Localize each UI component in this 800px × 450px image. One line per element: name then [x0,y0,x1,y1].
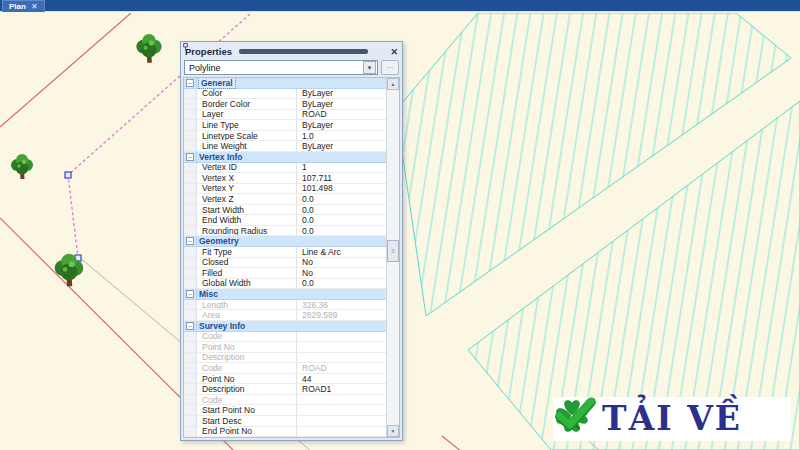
collapse-icon[interactable]: − [186,290,194,298]
property-row[interactable]: Border ColorByLayer [184,99,386,110]
section-header[interactable]: −Survey Info [184,321,386,332]
scroll-down-icon[interactable]: ▼ [387,425,399,437]
property-row[interactable]: Length326.36 [184,300,386,311]
property-row[interactable]: DescriptionROAD1 [184,384,386,395]
property-value[interactable] [297,405,386,415]
collapse-gutter[interactable]: − [184,289,197,299]
property-value[interactable]: 0.0 [297,279,386,289]
property-value[interactable]: ROAD1 [297,384,386,394]
property-row[interactable]: Rounding Radius0.0 [184,226,386,237]
property-row[interactable]: FilledNo [184,268,386,279]
pin-icon[interactable] [375,46,386,57]
collapse-gutter[interactable]: − [184,236,197,246]
property-value[interactable]: No [297,268,386,278]
property-value[interactable]: 107.711 [297,173,386,183]
property-row[interactable]: LayerROAD [184,110,386,121]
property-value[interactable] [297,353,386,363]
property-value[interactable]: ByLayer [297,120,386,130]
property-row[interactable]: End Point No [184,427,386,438]
property-value[interactable]: 2829.589 [297,310,386,320]
property-row[interactable]: Start Desc [184,416,386,427]
property-value[interactable]: 1.0 [297,131,386,141]
property-row[interactable]: End Width0.0 [184,215,386,226]
object-type-value: Polyline [185,63,362,73]
section-header[interactable]: −General [184,78,386,89]
property-row[interactable]: Vertex X107.711 [184,173,386,184]
property-value[interactable]: 326.36 [297,300,386,310]
download-banner[interactable]: TẢI VỀ [553,397,791,441]
row-gutter [184,374,197,384]
property-value[interactable] [297,416,386,426]
property-row[interactable]: CodeROAD [184,363,386,374]
property-row[interactable]: Code [184,332,386,343]
property-row[interactable]: Vertex Z0.0 [184,194,386,205]
property-row[interactable]: Start Point No [184,405,386,416]
more-options-button[interactable]: ... [381,60,399,75]
property-row[interactable]: Code [184,395,386,406]
property-name: Vertex Z [197,194,297,204]
property-row[interactable]: ColorByLayer [184,89,386,100]
section-header[interactable]: −Geometry [184,236,386,247]
property-row[interactable]: Area2829.589 [184,310,386,321]
property-row[interactable]: Point No44 [184,374,386,385]
property-value[interactable]: 1 [297,163,386,173]
row-gutter [184,215,197,225]
row-gutter [184,427,197,437]
panel-close-icon[interactable]: ✕ [390,47,398,57]
property-value[interactable] [297,332,386,342]
collapse-icon[interactable]: − [186,322,194,330]
property-value[interactable]: 0.0 [297,205,386,215]
property-value[interactable]: ROAD [297,363,386,373]
property-value[interactable] [297,427,386,437]
property-value[interactable] [297,342,386,352]
property-row[interactable]: Fit TypeLine & Arc [184,247,386,258]
tab-close-icon[interactable]: ✕ [31,2,38,12]
scrollbar-thumb[interactable]: ≡ [387,240,399,262]
property-value[interactable]: ROAD [297,110,386,120]
property-value[interactable]: Line & Arc [297,247,386,257]
property-row[interactable]: Global Width0.0 [184,279,386,290]
property-row[interactable]: Linetype Scale1.0 [184,131,386,142]
property-value[interactable]: 0.0 [297,215,386,225]
property-row[interactable]: Start Width0.0 [184,205,386,216]
property-row[interactable]: ClosedNo [184,258,386,269]
chevron-down-icon[interactable]: ▼ [363,61,376,74]
section-header[interactable]: −Vertex Info [184,152,386,163]
property-row[interactable]: Line TypeByLayer [184,120,386,131]
scroll-up-icon[interactable]: ▲ [387,78,399,90]
section-header[interactable]: −Misc [184,289,386,300]
collapse-gutter[interactable]: − [184,152,197,162]
collapse-icon[interactable]: − [186,79,194,87]
property-name: Color [197,89,297,99]
drawing-canvas[interactable]: Properties ✕ Polyline ▼ ... −GeneralColo… [0,13,800,450]
property-name: Closed [197,258,297,268]
property-value[interactable]: ByLayer [297,89,386,99]
panel-grip-handle[interactable] [239,49,368,54]
property-value[interactable]: 101.498 [297,184,386,194]
collapse-gutter[interactable]: − [184,321,197,331]
scrollbar[interactable]: ▲ ≡ ▼ [386,78,399,437]
property-value[interactable] [297,395,386,405]
row-gutter [184,342,197,352]
property-value[interactable]: 0.0 [297,226,386,236]
property-value[interactable]: No [297,258,386,268]
property-value[interactable]: ByLayer [297,99,386,109]
property-row[interactable]: Line WeightByLayer [184,141,386,152]
property-row[interactable]: Description [184,353,386,364]
property-row[interactable]: Vertex ID1 [184,163,386,174]
property-value[interactable]: ByLayer [297,141,386,151]
row-gutter [184,300,197,310]
collapse-icon[interactable]: − [186,153,194,161]
properties-panel-titlebar[interactable]: Properties ✕ [183,44,400,59]
row-gutter [184,205,197,215]
property-value[interactable]: 0.0 [297,194,386,204]
row-gutter [184,99,197,109]
collapse-gutter[interactable]: − [184,78,197,88]
property-row[interactable]: Point No [184,342,386,353]
property-name: Line Weight [197,141,297,151]
collapse-icon[interactable]: − [186,237,194,245]
property-value[interactable]: 44 [297,374,386,384]
object-type-select[interactable]: Polyline ▼ [184,60,378,75]
property-row[interactable]: Vertex Y101.498 [184,184,386,195]
tab-plan[interactable]: Plan ✕ [2,0,45,12]
